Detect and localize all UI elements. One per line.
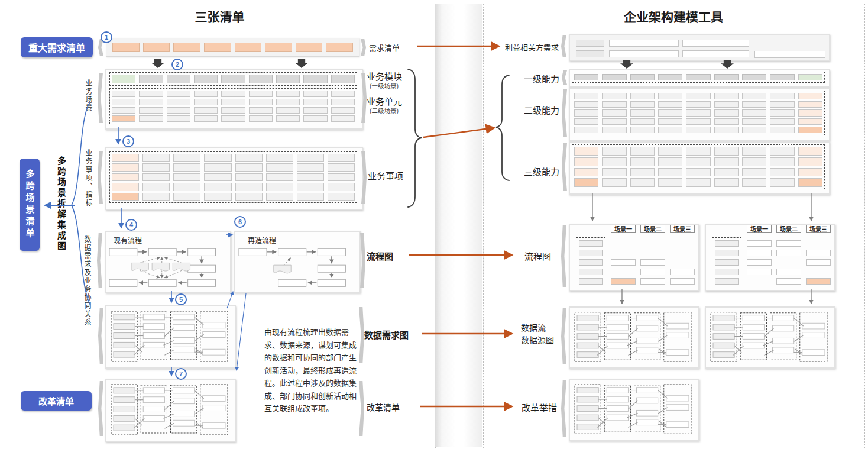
cell [303, 91, 327, 97]
cell [266, 173, 293, 181]
cell [173, 173, 200, 181]
cell [194, 115, 218, 122]
cell [776, 269, 801, 275]
cell [574, 157, 598, 166]
cell [602, 147, 626, 156]
cell [297, 154, 324, 162]
cell [331, 107, 355, 114]
cell [742, 157, 766, 166]
cell [602, 178, 626, 187]
cell [630, 109, 655, 116]
step-5-badge: 5 [175, 293, 187, 305]
cell [194, 107, 218, 114]
business-module-header-grid [109, 72, 357, 86]
reform-list-box [105, 379, 236, 442]
stakeholder-demand-label: 利益相关方需求 [505, 41, 559, 53]
cell [754, 51, 825, 58]
cell [139, 91, 163, 97]
cell [770, 74, 794, 80]
cell [611, 259, 636, 266]
cell [221, 107, 245, 114]
reform-measures-matrix [572, 382, 695, 436]
cell [297, 183, 324, 191]
cell [609, 40, 679, 47]
cell [143, 43, 170, 52]
cell [714, 127, 739, 133]
cell [112, 75, 135, 83]
cell [602, 127, 626, 133]
cell [630, 168, 655, 177]
cell [249, 115, 273, 122]
data-matrix-graphic [109, 309, 231, 364]
cell [266, 154, 293, 162]
cell [235, 43, 262, 52]
existing-process-flowchart [108, 243, 227, 289]
cell [640, 259, 665, 266]
cell [611, 278, 636, 285]
cell [249, 99, 273, 105]
cell [776, 250, 801, 256]
cell [798, 74, 822, 80]
reengineered-process-box: 再造流程 [234, 231, 361, 293]
data-requirement-label: 数据需求图 [364, 328, 409, 341]
cell [194, 91, 218, 97]
cell [235, 154, 263, 162]
cell [630, 93, 655, 99]
cell [173, 154, 200, 162]
business-module-label: 业务模块 [367, 70, 402, 82]
cell [112, 107, 135, 114]
cell [204, 163, 231, 171]
cell [715, 259, 739, 266]
cell [249, 75, 273, 83]
cell [574, 168, 598, 177]
scene-flow-box-2: 场景一场景二场景三 [705, 224, 835, 291]
cell [742, 101, 766, 108]
cell [715, 269, 739, 275]
flow-diagram-label-right: 流程图 [524, 250, 551, 262]
cell [682, 50, 749, 57]
cell [221, 75, 245, 83]
cell [770, 147, 794, 156]
cell [798, 127, 822, 133]
cell [204, 43, 231, 52]
cell [714, 109, 739, 116]
business-unit-label: 业务单元 [367, 95, 402, 107]
cell [139, 107, 163, 114]
cell [276, 107, 300, 114]
req-list-label: 需求清单 [369, 42, 400, 53]
cell [747, 259, 772, 266]
dataflow-matrix [708, 310, 831, 364]
scene-column-header: 场景一 [611, 225, 636, 233]
cell [630, 157, 655, 166]
cell [167, 91, 190, 97]
cell [798, 157, 822, 166]
cell [167, 107, 190, 114]
cell [139, 99, 163, 105]
reengineered-process-title: 再造流程 [248, 235, 276, 245]
cell [579, 240, 603, 247]
cell [112, 163, 139, 171]
cell [770, 101, 794, 108]
business-unit-grid [109, 88, 357, 124]
cell [574, 74, 598, 80]
cell [204, 154, 231, 162]
cell [276, 99, 300, 105]
cell [574, 109, 598, 116]
cell [686, 157, 710, 166]
cell [770, 157, 794, 166]
scene-column-header: 场景三 [806, 225, 831, 233]
cell [798, 168, 822, 177]
cell [142, 154, 170, 162]
cell [798, 101, 822, 108]
cell [630, 101, 655, 108]
diagram-canvas: 三张清单 企业架构建模工具 重大需求清单 1 需求清单 2 业务场景 业务模块 … [0, 0, 868, 452]
cell [686, 178, 710, 187]
cell [328, 193, 355, 201]
cell [658, 118, 682, 125]
data-matrix-graphic [572, 310, 695, 364]
cell [658, 168, 682, 177]
business-module-sub-label: (一级场景) [370, 81, 399, 90]
cell [235, 183, 263, 191]
cell [194, 75, 218, 83]
cell [142, 193, 170, 201]
